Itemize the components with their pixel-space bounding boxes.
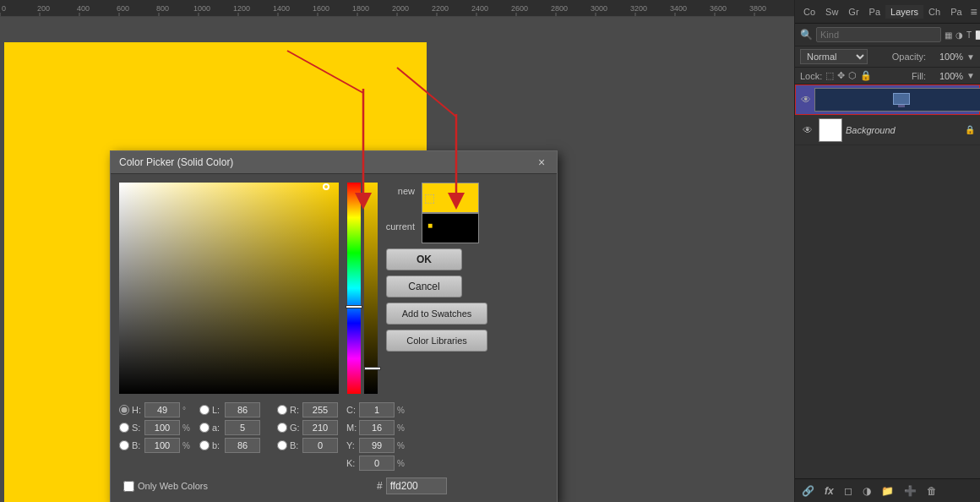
svg-text:2800: 2800 — [551, 4, 568, 13]
add-to-swatches-button[interactable]: Add to Swatches — [386, 303, 487, 325]
r-radio[interactable] — [277, 405, 287, 415]
alpha-cursor — [364, 367, 381, 370]
tab-ch[interactable]: Ch — [923, 5, 945, 19]
cancel-button[interactable]: Cancel — [386, 276, 462, 297]
k-input[interactable] — [359, 456, 395, 471]
lock-icon-pixels[interactable]: ⬚ — [825, 70, 834, 81]
m-label: M: — [346, 423, 357, 433]
right-panel: Co Sw Gr Pa Layers Ch Pa ≡ 🔍 ▦ ◑ T ⬜ ◈ ●… — [794, 0, 980, 502]
hsb-fields: H: ° S: % B: % — [119, 402, 191, 471]
svg-text:3400: 3400 — [670, 4, 687, 13]
search-input[interactable] — [816, 27, 941, 42]
dialog-title-bar[interactable]: Color Picker (Solid Color) × — [111, 151, 557, 174]
blend-mode-select[interactable]: Normal — [800, 49, 868, 64]
hue-cursor — [346, 305, 362, 308]
tab-sw[interactable]: Sw — [820, 5, 843, 19]
color-fields-section: H: ° S: % B: % L: — [111, 402, 557, 477]
svg-text:2600: 2600 — [511, 4, 528, 13]
right-controls: new current ⬚ ■ OK Cancel Add to Swatche… — [386, 183, 548, 394]
g-radio[interactable] — [277, 423, 287, 433]
delete-layer-btn[interactable]: 🗑 — [923, 483, 940, 499]
preview-container: new current ⬚ ■ — [386, 183, 479, 243]
h-radio[interactable] — [119, 405, 129, 415]
a-radio[interactable] — [199, 423, 210, 433]
m-unit: % — [397, 423, 406, 433]
panel-more-icon[interactable]: ≡ — [967, 5, 980, 19]
lock-icon-artboards[interactable]: ⬡ — [848, 70, 857, 81]
m-field-row: M: % — [346, 420, 406, 435]
add-mask-btn[interactable]: ◻ — [841, 483, 856, 499]
link-layers-btn[interactable]: 🔗 — [798, 483, 818, 499]
tab-pa2[interactable]: Pa — [945, 5, 966, 19]
new-layer-btn[interactable]: ➕ — [901, 483, 920, 499]
l-input[interactable] — [225, 402, 260, 417]
l-radio[interactable] — [199, 405, 210, 415]
c-input[interactable] — [359, 402, 395, 417]
layer-row-background[interactable]: 👁 Background 🔒 — [795, 115, 980, 145]
svg-text:2000: 2000 — [392, 4, 409, 13]
y-unit: % — [397, 441, 406, 450]
only-web-label: Only Web Colors — [138, 481, 208, 491]
layer-thumbnail-background — [819, 118, 842, 142]
fill-label: Fill: — [912, 71, 926, 81]
tab-gr[interactable]: Gr — [843, 5, 863, 19]
b-label: B: — [132, 440, 142, 450]
preview-new-label: new — [398, 186, 415, 196]
m-input[interactable] — [359, 420, 395, 435]
r-input[interactable] — [302, 402, 338, 417]
new-group-btn[interactable]: 📁 — [878, 483, 897, 499]
opacity-value: 100% — [929, 52, 963, 62]
b-radio[interactable] — [119, 440, 129, 450]
y-input[interactable] — [359, 438, 395, 453]
dialog-title: Color Picker (Solid Color) — [119, 156, 535, 168]
hue-strip[interactable] — [347, 183, 361, 394]
g-label: G: — [290, 423, 300, 433]
color-gradient-square[interactable] — [119, 183, 339, 394]
b3-input[interactable] — [225, 438, 260, 453]
only-web-checkbox[interactable] — [123, 481, 134, 492]
b3-radio[interactable] — [199, 440, 210, 450]
opacity-label: Opacity: — [892, 52, 926, 62]
b-input[interactable] — [144, 438, 180, 453]
a-input[interactable] — [225, 420, 260, 435]
lock-label: Lock: — [800, 71, 822, 81]
svg-text:1400: 1400 — [273, 4, 290, 13]
h-input[interactable] — [144, 402, 180, 417]
tab-pa[interactable]: Pa — [864, 5, 885, 19]
color-libraries-button[interactable]: Color Libraries — [386, 330, 487, 352]
ok-button[interactable]: OK — [386, 248, 462, 270]
tab-layers[interactable]: Layers — [885, 5, 923, 19]
g-input[interactable] — [302, 420, 338, 435]
hex-field-group: # — [377, 477, 447, 494]
ruler: 0 200 400 600 800 1000 1200 1400 1600 18… — [0, 0, 794, 17]
b2-radio[interactable] — [277, 440, 287, 450]
hex-input[interactable] — [386, 477, 447, 494]
svg-text:800: 800 — [156, 4, 169, 13]
b2-input[interactable] — [302, 438, 338, 453]
alpha-strip[interactable] — [364, 183, 378, 394]
svg-text:600: 600 — [117, 4, 129, 13]
layer-eye-icon[interactable]: 👁 — [801, 94, 811, 106]
panel-icon-shape: ⬜ — [975, 30, 980, 40]
tab-co[interactable]: Co — [798, 5, 820, 19]
layer-name-background: Background — [846, 125, 961, 135]
layer-row-color-fill[interactable]: 👁 Color Fill 1 — [795, 85, 980, 115]
c-label: C: — [346, 405, 357, 415]
lock-icon-all[interactable]: 🔒 — [860, 70, 872, 81]
h-field-row: H: ° — [119, 402, 191, 417]
fx-btn[interactable]: fx — [821, 483, 837, 499]
k-unit: % — [397, 459, 406, 468]
layer-bg-eye-icon[interactable]: 👁 — [800, 124, 815, 136]
s-input[interactable] — [144, 420, 180, 435]
svg-text:0: 0 — [2, 4, 6, 13]
adjustment-btn[interactable]: ◑ — [859, 483, 874, 499]
dialog-close-button[interactable]: × — [535, 156, 548, 169]
opacity-chevron[interactable]: ▼ — [966, 52, 975, 62]
c-field-row: C: % — [346, 402, 406, 417]
fill-chevron[interactable]: ▼ — [966, 71, 975, 80]
s-radio[interactable] — [119, 423, 129, 433]
a-label: a: — [212, 423, 222, 433]
layer-lock-icon: 🔒 — [965, 125, 975, 134]
svg-text:1600: 1600 — [313, 4, 329, 13]
lock-icon-position[interactable]: ✥ — [837, 70, 845, 81]
